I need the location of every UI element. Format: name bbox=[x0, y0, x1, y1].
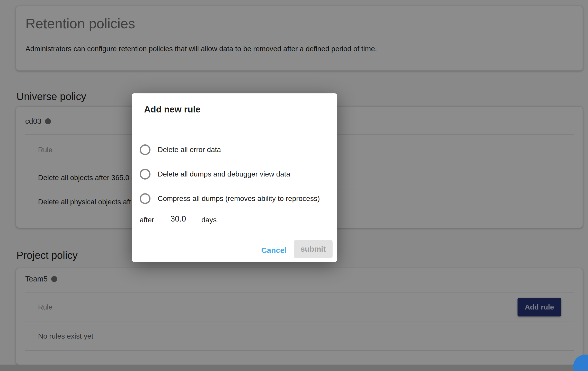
dialog-title: Add new rule bbox=[144, 104, 201, 114]
radio-option-delete-error-data[interactable]: Delete all error data bbox=[140, 144, 221, 155]
radio-option-label: Delete all dumps and debugger view data bbox=[158, 170, 290, 178]
radio-option-delete-dumps[interactable]: Delete all dumps and debugger view data bbox=[140, 169, 290, 180]
cancel-button[interactable]: Cancel bbox=[260, 245, 288, 256]
radio-option-label: Compress all dumps (removes ability to r… bbox=[158, 195, 320, 203]
radio-option-label: Delete all error data bbox=[158, 146, 221, 154]
days-input[interactable] bbox=[158, 212, 199, 226]
add-new-rule-dialog: Add new rule Delete all error data Delet… bbox=[132, 93, 337, 262]
radio-option-compress-dumps[interactable]: Compress all dumps (removes ability to r… bbox=[140, 193, 320, 204]
radio-button-icon[interactable] bbox=[140, 169, 150, 180]
submit-button[interactable]: submit bbox=[294, 240, 333, 258]
after-label: after bbox=[140, 216, 154, 224]
retention-policies-page: Retention policies Administrators can co… bbox=[0, 0, 588, 371]
radio-button-icon[interactable] bbox=[140, 193, 150, 204]
radio-button-icon[interactable] bbox=[140, 144, 150, 155]
days-label: days bbox=[201, 216, 217, 224]
